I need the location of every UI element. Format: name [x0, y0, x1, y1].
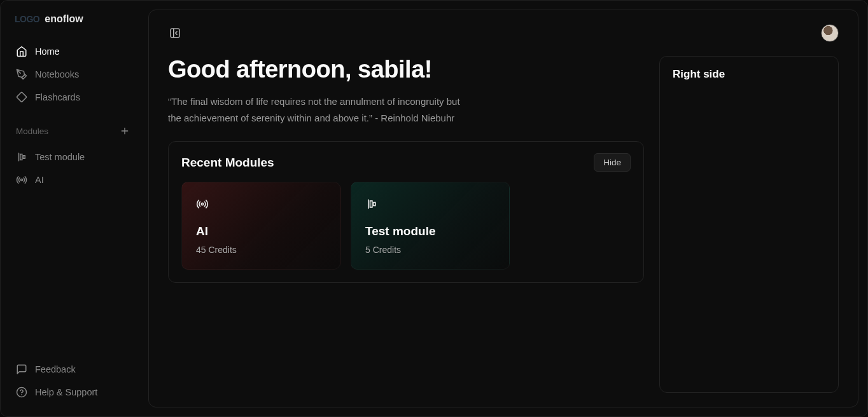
sidebar-item-label: Feedback	[35, 364, 76, 374]
sidebar-item-label: Help & Support	[35, 387, 97, 397]
right-panel-title: Right side	[673, 68, 825, 81]
svg-rect-0	[17, 92, 27, 102]
module-card-ai[interactable]: AI 45 Credits	[181, 182, 340, 270]
main-panel: Good afternoon, sabila! “The final wisdo…	[148, 10, 858, 407]
module-card-credits: 45 Credits	[196, 245, 326, 255]
sidebar-module-test-module[interactable]: Test module	[8, 146, 138, 168]
modules-section-label: Modules	[16, 126, 48, 136]
right-panel: Right side	[659, 56, 839, 393]
greeting-heading: Good afternoon, sabila!	[168, 56, 644, 83]
module-card-test-module[interactable]: Test module 5 Credits	[351, 182, 510, 270]
module-card-title: AI	[196, 224, 326, 238]
sidebar: LOGO enoflow Home Notebooks Flashcard	[1, 1, 146, 416]
sidebar-item-notebooks[interactable]: Notebooks	[8, 63, 138, 86]
svg-rect-4	[20, 154, 22, 160]
sidebar-item-home[interactable]: Home	[8, 40, 138, 63]
align-icon	[16, 151, 27, 163]
add-module-button[interactable]	[119, 125, 130, 137]
help-icon	[16, 386, 27, 398]
brand-name: enoflow	[45, 13, 83, 25]
message-icon	[16, 364, 27, 375]
brand-logo: LOGO	[15, 14, 39, 24]
svg-point-11	[201, 203, 203, 205]
quote-text: “The final wisdom of life requires not t…	[168, 93, 467, 126]
brand-block[interactable]: LOGO enoflow	[8, 10, 138, 36]
svg-point-6	[21, 179, 23, 181]
sidebar-item-label: Test module	[35, 152, 85, 162]
pen-icon	[16, 69, 27, 80]
hide-button[interactable]: Hide	[594, 153, 631, 172]
module-card-credits: 5 Credits	[365, 245, 495, 255]
svg-rect-5	[23, 156, 25, 159]
diamond-icon	[16, 92, 27, 103]
module-card-title: Test module	[365, 224, 495, 238]
avatar[interactable]	[821, 24, 839, 42]
modules-section-header: Modules	[8, 113, 138, 142]
radio-icon	[196, 198, 326, 210]
radio-icon	[16, 174, 27, 186]
recent-modules-title: Recent Modules	[181, 156, 274, 170]
sidebar-item-label: Home	[35, 46, 60, 57]
recent-modules-panel: Recent Modules Hide AI 45 Credits	[168, 141, 644, 283]
sidebar-item-label: Flashcards	[35, 92, 80, 102]
sidebar-item-label: Notebooks	[35, 69, 79, 79]
svg-rect-13	[370, 201, 372, 207]
align-icon	[365, 198, 495, 210]
sidebar-item-flashcards[interactable]: Flashcards	[8, 86, 138, 109]
collapse-sidebar-button[interactable]	[168, 26, 182, 40]
svg-rect-14	[374, 203, 375, 206]
sidebar-item-label: AI	[35, 175, 44, 185]
sidebar-item-feedback[interactable]: Feedback	[8, 358, 138, 381]
home-icon	[16, 46, 27, 57]
sidebar-module-ai[interactable]: AI	[8, 168, 138, 191]
sidebar-item-help[interactable]: Help & Support	[8, 381, 138, 404]
